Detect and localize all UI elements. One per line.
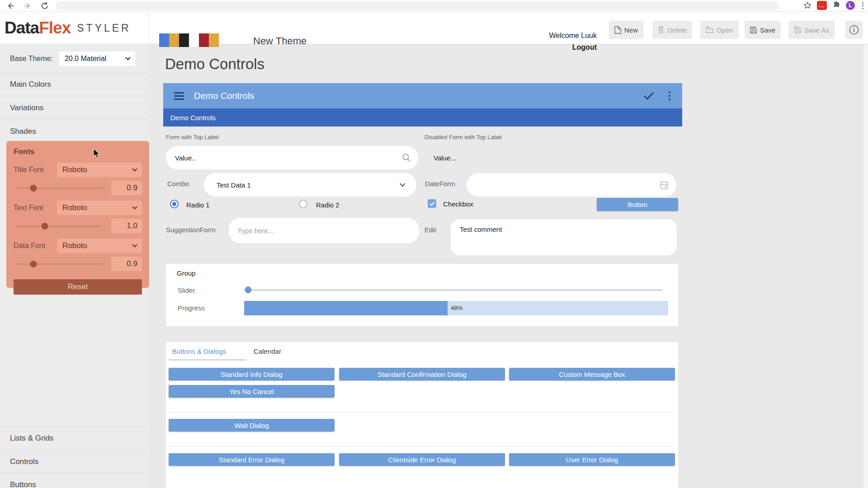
- theme-name: New Theme: [253, 35, 307, 47]
- info-icon: [849, 25, 859, 35]
- sidebar-item-lists-grids[interactable]: Lists & Grids: [0, 426, 149, 450]
- text-font-scale-value[interactable]: 1.0: [111, 219, 142, 233]
- check-icon[interactable]: [643, 92, 654, 100]
- bookmark-star-icon[interactable]: [803, 1, 811, 9]
- logout-link[interactable]: Logout: [549, 42, 597, 53]
- browser-back-icon[interactable]: [6, 1, 15, 10]
- search-form-input[interactable]: Value..: [166, 146, 418, 169]
- disabled-form-value: Value...: [434, 154, 456, 162]
- progress-value: 48%: [451, 305, 462, 311]
- sidebar: Base Theme: 20.0 Material Main Colors Va…: [0, 44, 149, 488]
- chevron-down-icon: [132, 244, 137, 248]
- demo-appbar: Demo Controls: [163, 83, 682, 108]
- address-bar[interactable]: [56, 1, 779, 10]
- tab-buttons-dialogs[interactable]: Buttons & Dialogs: [172, 347, 226, 355]
- search-icon[interactable]: [402, 153, 411, 162]
- view-tab-label[interactable]: Demo Controls: [170, 114, 216, 122]
- delete-button[interactable]: Delete: [652, 21, 692, 39]
- title-font-slider[interactable]: [16, 185, 103, 191]
- chevron-down-icon: [125, 57, 131, 61]
- save-button[interactable]: Save: [745, 21, 781, 39]
- trash-icon: [658, 26, 664, 33]
- edit-label: Edit: [425, 226, 436, 234]
- page-title: Demo Controls: [165, 56, 264, 73]
- demo-button[interactable]: Button: [597, 198, 678, 211]
- browser-menu-icon[interactable]: [860, 2, 865, 9]
- chevron-down-icon: [132, 168, 137, 172]
- save-as-button[interactable]: Save As: [788, 21, 835, 39]
- browser-reload-icon[interactable]: [40, 1, 49, 10]
- progress-bar: 48%: [244, 301, 668, 315]
- hamburger-menu-icon[interactable]: [174, 92, 184, 100]
- chevron-down-icon: [400, 183, 406, 187]
- slider-label: Slider.: [178, 286, 197, 294]
- view-tabstrip[interactable]: Demo Controls: [163, 108, 682, 127]
- extensions-puzzle-icon[interactable]: [832, 1, 840, 9]
- user-error-dialog-button[interactable]: User Error Dialog: [509, 453, 675, 466]
- checkbox-label[interactable]: Checkbox: [443, 200, 473, 208]
- data-font-label: Data Font: [14, 242, 57, 250]
- standard-confirmation-dialog-button[interactable]: Standard Confirmation Dialog: [339, 368, 505, 380]
- data-font-select[interactable]: Roboto: [57, 239, 142, 253]
- radio2-input[interactable]: [299, 200, 307, 208]
- data-font-slider[interactable]: [16, 261, 103, 267]
- progress-fill: [244, 301, 448, 315]
- appbar-kebab-icon[interactable]: [666, 90, 673, 101]
- suggestionform-input[interactable]: [229, 218, 419, 243]
- new-button[interactable]: New: [609, 21, 643, 39]
- yes-no-cancel-button[interactable]: Yes No Cancel: [169, 385, 335, 398]
- combo-select[interactable]: Test Data 1: [204, 173, 416, 197]
- demo-app-panel: Demo Controls Demo Controls: [163, 83, 682, 127]
- dateform-input[interactable]: [467, 173, 676, 197]
- radio2-label[interactable]: Radio 2: [316, 201, 340, 209]
- appbar-title: Demo Controls: [194, 91, 643, 101]
- checkmark-icon: [429, 202, 435, 206]
- active-tab-underline: [169, 359, 246, 361]
- browser-profile-avatar[interactable]: L: [846, 1, 855, 10]
- slider-knob[interactable]: [245, 286, 252, 293]
- calendar-icon[interactable]: [660, 181, 668, 189]
- open-button[interactable]: Open: [700, 21, 739, 39]
- sidebar-item-buttons[interactable]: Buttons: [0, 473, 149, 488]
- suggestionform-label: SuggestionForm: [166, 226, 216, 234]
- info-button[interactable]: [845, 21, 863, 39]
- sidebar-item-controls[interactable]: Controls: [0, 450, 149, 473]
- disabled-form-top-label: Disabled Form with Top Label: [425, 134, 502, 141]
- reset-fonts-button[interactable]: Reset: [14, 279, 142, 295]
- radio1-input[interactable]: [170, 200, 179, 208]
- text-font-select[interactable]: Roboto: [57, 201, 142, 215]
- base-theme-label: Base Theme:: [10, 55, 53, 63]
- browser-chrome: ... L: [0, 0, 868, 12]
- tab-calendar[interactable]: Calendar: [254, 347, 281, 355]
- sidebar-item-variations[interactable]: Variations: [0, 96, 149, 119]
- edit-textarea[interactable]: Test comment: [451, 219, 677, 255]
- sidebar-item-main-colors[interactable]: Main Colors: [0, 72, 149, 96]
- base-theme-select[interactable]: 20.0 Material: [59, 52, 135, 66]
- scrollbar-track[interactable]: [863, 44, 868, 488]
- swatch: [189, 33, 199, 47]
- text-font-slider[interactable]: [16, 223, 103, 229]
- title-font-label: Title Font: [14, 166, 57, 174]
- data-font-scale-value[interactable]: 0.9: [111, 257, 142, 271]
- swatch: [179, 33, 189, 47]
- combo-label: Combo: [167, 180, 189, 188]
- wait-dialog-button[interactable]: Wait Dialog: [169, 419, 335, 432]
- radio1-label[interactable]: Radio 1: [186, 201, 210, 209]
- standard-error-dialog-button[interactable]: Standard Error Dialog: [169, 453, 335, 466]
- fonts-panel: Fonts Title Font Roboto 0.9 Text Font Ro…: [6, 141, 149, 288]
- theme-color-swatches: [159, 33, 219, 47]
- demo-slider[interactable]: [244, 286, 663, 293]
- title-font-scale-value[interactable]: 0.9: [111, 181, 142, 195]
- browser-forward-icon[interactable]: [23, 1, 32, 10]
- chevron-down-icon: [132, 206, 137, 210]
- logo-data: Data: [5, 19, 39, 38]
- custom-message-box-button[interactable]: Custom Message Box: [509, 368, 675, 380]
- divider: [169, 446, 675, 447]
- sidebar-item-shades[interactable]: Shades: [0, 119, 149, 143]
- clientside-error-dialog-button[interactable]: Clientside Error Dialog: [339, 453, 505, 466]
- checkbox-input[interactable]: [428, 199, 436, 208]
- title-font-select[interactable]: Roboto: [57, 163, 142, 177]
- save-icon: [750, 27, 757, 33]
- standard-info-dialog-button[interactable]: Standard Info Dialog: [169, 368, 335, 380]
- extension-badge-icon[interactable]: ...: [817, 1, 827, 10]
